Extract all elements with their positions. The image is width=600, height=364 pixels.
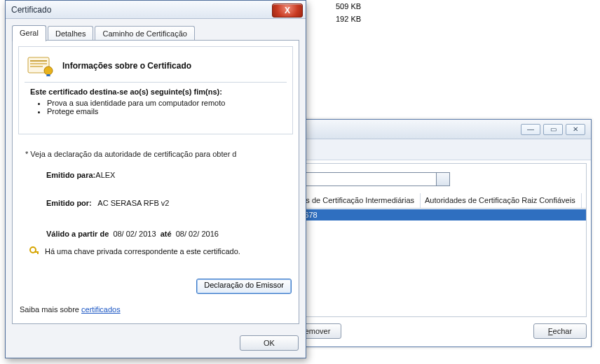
bg-file-size: 192 KB (336, 15, 361, 23)
issued-to: Emitido para:ALEX (46, 171, 115, 179)
minimize-button[interactable]: — (521, 124, 540, 135)
key-icon (29, 246, 39, 256)
cert-store-body: ades de Certificação Intermediárias Auto… (288, 163, 587, 317)
tab-cert-path[interactable]: Caminho de Certificação (95, 26, 194, 41)
store-dropdown[interactable] (289, 172, 450, 186)
ca-statement-note: * Veja a declaração da autoridade de cer… (25, 150, 290, 158)
svg-rect-3 (30, 66, 43, 67)
window-title: Certificado (11, 5, 51, 15)
toolbar (284, 139, 591, 160)
window-chrome: — ▭ ✕ (284, 120, 591, 139)
certificate-icon (27, 55, 54, 76)
titlebar: Certificado X (6, 1, 306, 19)
purpose-item: Prova a sua identidade para um computado… (47, 99, 225, 107)
svg-rect-7 (37, 251, 39, 254)
issuer-statement-button[interactable]: Declaração do Emissor (196, 279, 292, 294)
svg-point-4 (44, 66, 53, 75)
close-button[interactable]: ✕ (566, 124, 585, 135)
cert-store-window: — ▭ ✕ ades de Certificação Intermediária… (283, 119, 592, 347)
general-panel: Informações sobre o Certificado Este cer… (12, 40, 299, 324)
tab-general[interactable]: Geral (12, 25, 46, 41)
close-button[interactable]: X (272, 4, 303, 18)
learn-more: Saiba mais sobre certificados (20, 305, 121, 314)
issued-by: Emitido por: AC SERASA RFB v2 (46, 199, 169, 207)
chevron-down-icon (440, 177, 446, 181)
svg-rect-2 (30, 63, 47, 64)
cert-list-selected-row[interactable]: 087678 (289, 209, 586, 220)
svg-rect-1 (30, 60, 47, 62)
cert-store-tabs: ades de Certificação Intermediárias Auto… (289, 193, 586, 209)
cert-info-header: Informações sobre o Certificado (62, 61, 191, 71)
tab-trusted-root-cas[interactable]: Autoridades de Certificação Raiz Confiáv… (421, 193, 582, 208)
bg-file-size: 509 KB (336, 2, 361, 10)
cert-purposes: Este certificado destina-se ao(s) seguin… (30, 88, 225, 115)
tab-intermediate-cas[interactable]: ades de Certificação Intermediárias (289, 193, 421, 208)
separator (25, 82, 287, 83)
validity: Válido a partir de 08/ 02/ 2013 até 08/ … (46, 230, 219, 238)
tab-details[interactable]: Detalhes (48, 26, 93, 41)
maximize-button[interactable]: ▭ (543, 124, 563, 135)
ok-button[interactable]: OK (240, 335, 299, 351)
cert-tabs: Geral Detalhes Caminho de Certificação (12, 24, 299, 41)
certificate-dialog: Certificado X Geral Detalhes Caminho de … (5, 0, 306, 358)
learn-more-link[interactable]: certificados (81, 305, 121, 314)
private-key-row: Há uma chave privada correspondente a es… (29, 246, 240, 256)
close-dialog-button[interactable]: Fechar (533, 323, 587, 339)
purpose-item: Protege emails (47, 107, 225, 115)
cert-info-box: Informações sobre o Certificado Este cer… (18, 46, 293, 134)
